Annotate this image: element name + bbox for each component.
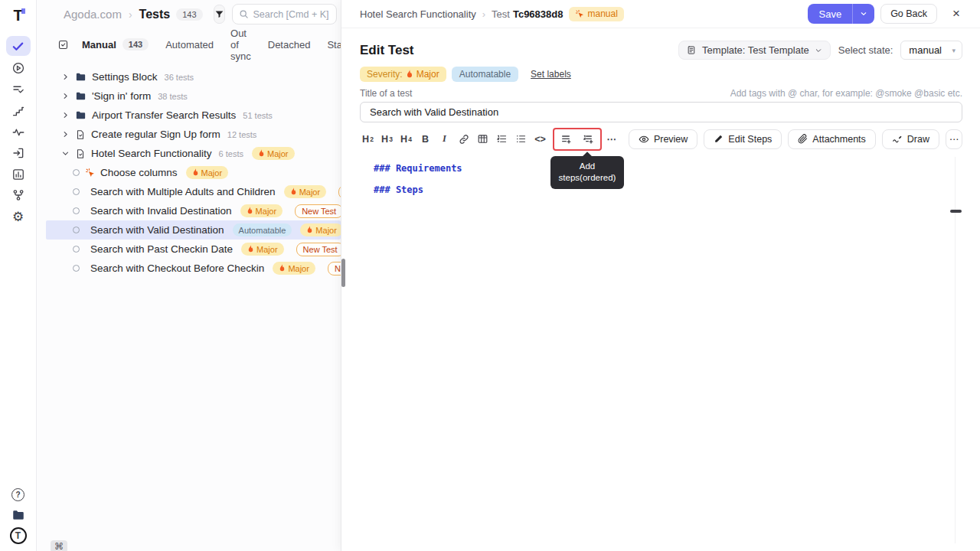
- go-back-button[interactable]: Go Back: [880, 4, 937, 24]
- tab-automated[interactable]: Automated: [165, 39, 214, 51]
- severity-label: Severity:: [367, 69, 403, 80]
- test-status-circle[interactable]: [73, 246, 80, 253]
- nav-tests[interactable]: [6, 36, 31, 56]
- test-title-input[interactable]: [360, 102, 962, 122]
- nav-plans[interactable]: [6, 80, 31, 99]
- tree-folder-airport-transfer[interactable]: Airport Transfer Search Results 51 tests: [37, 106, 341, 125]
- breadcrumb-parent[interactable]: Hotel Search Functionality: [360, 8, 476, 20]
- app-logo[interactable]: T: [6, 5, 31, 25]
- tree-test-checkout-before-checkin[interactable]: Search with Checkout Before Checkin Majo…: [37, 259, 341, 278]
- folder-name: 'Sign in' form: [92, 90, 151, 102]
- heading3-label: H: [381, 134, 388, 145]
- template-dropdown[interactable]: Template: Test Template: [678, 41, 831, 60]
- add-steps-button[interactable]: [558, 130, 574, 148]
- logo-icon: T: [13, 8, 22, 23]
- breadcrumb-section[interactable]: Tests: [139, 8, 171, 21]
- heading2-button[interactable]: H2: [360, 130, 376, 148]
- code-button[interactable]: <>: [532, 130, 548, 148]
- save-options-button[interactable]: [853, 4, 874, 24]
- flame-icon: [406, 70, 413, 79]
- tree-suite-hotel-search[interactable]: Hotel Search Functionality 6 tests Major: [37, 144, 341, 163]
- tree-test-valid-destination[interactable]: Search with Valid Destination Automatabl…: [46, 220, 341, 240]
- automatable-badge[interactable]: Automatable: [452, 67, 518, 82]
- tab-starred[interactable]: Starred: [327, 39, 341, 51]
- edit-steps-button[interactable]: Edit Steps: [704, 129, 782, 149]
- add-steps-ordered-button[interactable]: [580, 130, 596, 148]
- icon-rail: T ⚙ ?: [0, 0, 37, 551]
- heading4-button[interactable]: H4: [398, 130, 414, 148]
- flame-icon: [247, 245, 254, 253]
- markdown-editor[interactable]: ### Requirements ### Steps: [360, 158, 962, 201]
- template-icon: [687, 45, 697, 55]
- chevron-right-icon: [61, 111, 70, 119]
- breadcrumb-project[interactable]: Agoda.com: [64, 8, 122, 21]
- nav-pulse[interactable]: [6, 122, 31, 142]
- drawer-close-button[interactable]: ×: [948, 6, 965, 21]
- projects-button[interactable]: [6, 505, 31, 525]
- heading4-label: H: [400, 134, 407, 145]
- table-button[interactable]: [475, 130, 491, 148]
- test-status-circle[interactable]: [73, 207, 80, 214]
- nav-steps[interactable]: [6, 101, 31, 121]
- search-input[interactable]: [253, 9, 330, 20]
- nav-analytics[interactable]: [6, 165, 31, 184]
- set-labels-link[interactable]: Set labels: [531, 69, 571, 80]
- paperclip-icon: [798, 134, 808, 144]
- save-button[interactable]: Save: [808, 4, 852, 24]
- test-status-circle[interactable]: [73, 169, 80, 176]
- tab-detached[interactable]: Detached: [268, 39, 311, 51]
- test-status-circle[interactable]: [73, 227, 80, 233]
- tree-folder-sign-in-form[interactable]: 'Sign in' form 38 tests: [37, 86, 341, 106]
- test-status-circle[interactable]: [73, 265, 80, 272]
- italic-button[interactable]: I: [436, 130, 452, 148]
- link-icon: [459, 134, 469, 145]
- folder-count: 51 tests: [243, 111, 273, 120]
- tree-test-past-checkin[interactable]: Search with Past Checkin Date Major New …: [37, 240, 341, 259]
- severity-badge[interactable]: Severity: Major: [360, 67, 446, 82]
- tree-folder-settings-block[interactable]: Settings Block 36 tests: [37, 67, 341, 86]
- tab-manual[interactable]: Manual143: [82, 38, 149, 51]
- play-circle-icon: [11, 61, 25, 75]
- bullet-list-button[interactable]: [513, 130, 529, 148]
- tab-out-of-sync[interactable]: Out of sync: [230, 28, 251, 62]
- severity-label: Major: [299, 187, 321, 197]
- nav-import[interactable]: [6, 143, 31, 163]
- nav-runs[interactable]: [6, 58, 31, 78]
- profile-button[interactable]: T: [6, 526, 31, 546]
- ordered-list-button[interactable]: [494, 130, 510, 148]
- chevron-right-icon: [61, 130, 70, 139]
- filter-button[interactable]: [214, 5, 225, 24]
- flame-icon: [290, 187, 297, 196]
- tree-suite-create-sign-up[interactable]: Create regular Sign Up form 12 tests: [37, 125, 341, 144]
- nav-settings[interactable]: ⚙: [6, 207, 31, 227]
- editor-resize-handle[interactable]: [950, 210, 962, 213]
- state-select[interactable]: manual ▾: [900, 41, 962, 60]
- bold-button[interactable]: B: [417, 130, 433, 148]
- preview-button[interactable]: Preview: [629, 129, 697, 149]
- nav-branches[interactable]: [6, 185, 31, 205]
- tab-manual-label: Manual: [82, 39, 116, 51]
- editor-action-buttons: Preview Edit Steps Attachments Draw ⋯: [629, 129, 962, 149]
- toolbar-more-button[interactable]: ⋯: [603, 130, 619, 148]
- tree-test-multiple-adults[interactable]: Search with Multiple Adults and Children…: [37, 182, 341, 201]
- suite-count: 6 tests: [219, 149, 243, 158]
- select-all-button[interactable]: [57, 39, 69, 51]
- heading4-sub: 4: [408, 135, 412, 143]
- select-arrow-icon: ▾: [952, 47, 956, 54]
- help-button[interactable]: ?: [6, 484, 31, 504]
- link-button[interactable]: [456, 130, 472, 148]
- edit-test-drawer: Hotel Search Functionality › Test Tc9683…: [341, 0, 980, 551]
- drawer-body: Edit Test Template: Test Template Select…: [341, 41, 980, 551]
- search-box[interactable]: [232, 4, 337, 24]
- tree-test-invalid-destination[interactable]: Search with Invalid Destination Major Ne…: [37, 201, 341, 220]
- automatable-badge: Automatable: [233, 223, 292, 236]
- help-icon: ?: [11, 488, 24, 501]
- tree-scrollbar-thumb[interactable]: [341, 259, 345, 287]
- test-status-circle[interactable]: [73, 188, 80, 195]
- attachments-button[interactable]: Attachments: [788, 129, 875, 149]
- tree-test-choose-columns[interactable]: Choose columns Major: [37, 163, 341, 182]
- heading3-button[interactable]: H3: [379, 130, 395, 148]
- actions-more-button[interactable]: ⋯: [946, 129, 962, 149]
- activity-icon: [11, 126, 25, 139]
- draw-button[interactable]: Draw: [882, 129, 939, 149]
